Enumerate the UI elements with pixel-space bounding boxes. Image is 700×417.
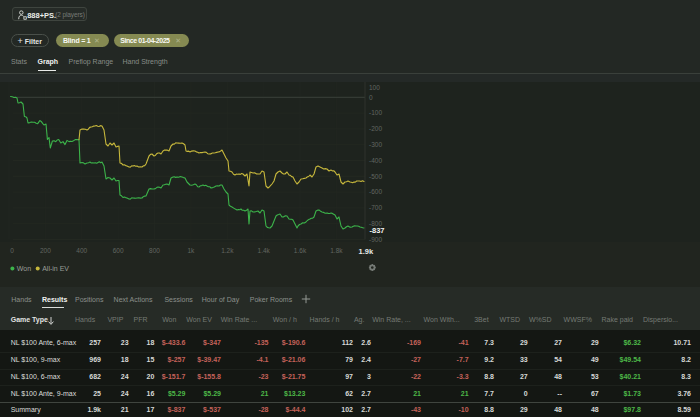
svg-text:1.4k: 1.4k xyxy=(258,247,271,254)
svg-text:All-in EV: All-in EV xyxy=(42,265,69,272)
svg-text:-200: -200 xyxy=(369,125,382,132)
svg-text:200: 200 xyxy=(40,247,51,254)
svg-text:-400: -400 xyxy=(369,157,382,164)
svg-text:1k: 1k xyxy=(187,247,195,254)
svg-text:Won: Won xyxy=(17,265,31,272)
svg-text:1.6k: 1.6k xyxy=(294,247,307,254)
svg-text:-300: -300 xyxy=(369,141,382,148)
svg-text:400: 400 xyxy=(76,247,87,254)
svg-text:0: 0 xyxy=(369,94,373,101)
svg-text:-100: -100 xyxy=(369,109,382,116)
svg-text:-600: -600 xyxy=(369,188,382,195)
svg-text:0: 0 xyxy=(10,247,14,254)
svg-text:800: 800 xyxy=(149,247,160,254)
svg-text:-700: -700 xyxy=(369,204,382,211)
svg-text:1.8k: 1.8k xyxy=(330,247,343,254)
svg-text:-837: -837 xyxy=(370,226,385,235)
svg-text:-900: -900 xyxy=(369,236,382,243)
svg-text:600: 600 xyxy=(113,247,124,254)
svg-text:1.2k: 1.2k xyxy=(221,247,234,254)
svg-text:-500: -500 xyxy=(369,173,382,180)
svg-text:1.9k: 1.9k xyxy=(359,247,374,256)
svg-text:100: 100 xyxy=(369,84,380,91)
